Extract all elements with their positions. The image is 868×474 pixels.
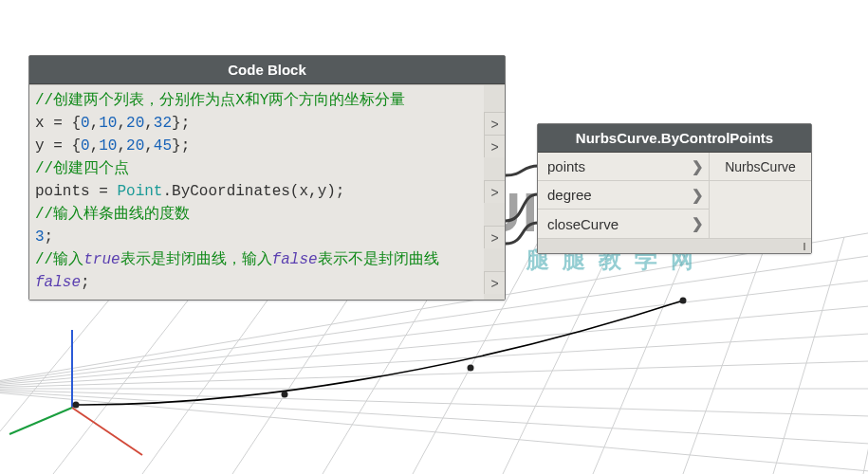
nurbscurve-node[interactable]: NurbsCurve.ByControlPoints points ❯ degr… [537, 123, 812, 254]
code-text: points = [35, 183, 117, 200]
code-number: 32 [154, 115, 172, 132]
code-number: 10 [99, 115, 117, 132]
output-port-column: > > > > > [484, 85, 505, 300]
input-label: degree [538, 187, 686, 203]
code-comment: 表示是封闭曲线，输入 [120, 251, 272, 268]
code-number: 20 [126, 137, 144, 155]
output-port-x[interactable]: > [484, 112, 505, 135]
input-port-degree[interactable]: degree ❯ [538, 181, 709, 210]
code-number: 0 [81, 137, 90, 155]
code-text: ; [45, 228, 54, 246]
chevron-right-icon: ❯ [686, 187, 709, 204]
code-comment: //输入样条曲线的度数 [35, 206, 190, 223]
code-number: 20 [126, 115, 144, 132]
input-port-closecurve[interactable]: closeCurve ❯ [538, 210, 709, 238]
chevron-right-icon: ❯ [686, 158, 709, 175]
output-port-degree[interactable]: > [484, 226, 505, 248]
code-text: ; [81, 274, 90, 291]
code-number: 10 [99, 137, 117, 155]
code-number: 3 [35, 228, 45, 246]
code-text: }; [172, 115, 190, 132]
code-text: }; [172, 137, 190, 155]
code-comment: 表示不是封闭曲线 [318, 251, 439, 268]
chevron-right-icon: ❯ [686, 215, 709, 232]
resize-handle-icon[interactable] [803, 243, 805, 250]
node-title[interactable]: NurbsCurve.ByControlPoints [538, 124, 811, 153]
code-keyword: false [35, 274, 81, 291]
code-editor[interactable]: //创建两个列表，分别作为点X和Y两个方向的坐标分量 x = {0,10,20,… [29, 85, 484, 300]
code-text: y = { [35, 137, 81, 155]
code-comment: //输入 [35, 251, 83, 268]
output-port-y[interactable]: > [484, 135, 505, 157]
code-number: 0 [81, 115, 90, 132]
code-comment: //创建两个列表，分别作为点X和Y两个方向的坐标分量 [35, 92, 405, 109]
code-block-node[interactable]: Code Block //创建两个列表，分别作为点X和Y两个方向的坐标分量 x … [28, 55, 506, 301]
code-type: Point [117, 183, 162, 200]
output-port-nurbscurve[interactable]: NurbsCurve [710, 153, 811, 181]
input-port-points[interactable]: points ❯ [538, 153, 709, 181]
code-comment: //创建四个点 [35, 160, 129, 177]
output-port-points[interactable]: > [484, 180, 505, 203]
code-keyword: false [272, 251, 318, 268]
node-footer[interactable] [538, 238, 811, 253]
node-title[interactable]: Code Block [29, 56, 505, 84]
code-keyword: true [83, 251, 120, 268]
input-label: closeCurve [538, 216, 686, 232]
output-port-close[interactable]: > [484, 271, 505, 294]
code-text: x = { [35, 115, 81, 132]
code-number: 45 [154, 137, 172, 155]
input-label: points [538, 158, 686, 174]
code-text: .ByCoordinates(x,y); [162, 183, 344, 200]
